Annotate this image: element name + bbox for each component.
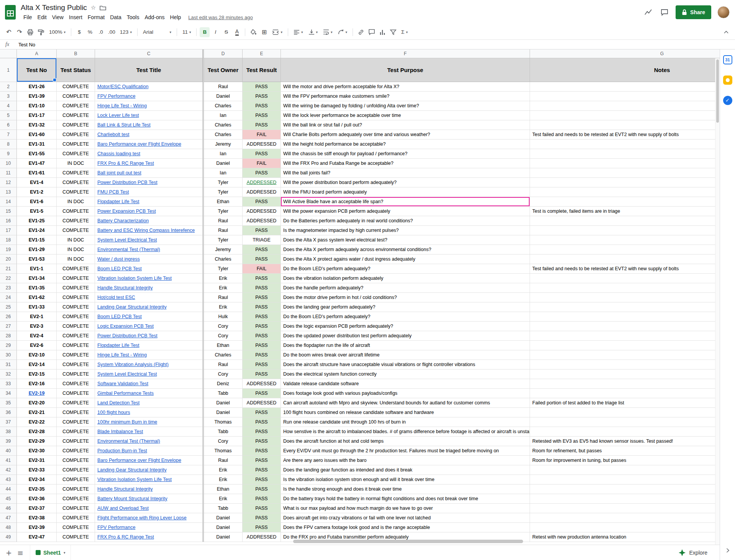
cell-B22[interactable]: COMPLETE — [57, 274, 95, 283]
cell-B47[interactable]: COMPLETE — [57, 513, 95, 523]
cell-B42[interactable]: COMPLETE — [57, 465, 95, 475]
menu-add-ons[interactable]: Add-ons — [142, 13, 167, 21]
cell-F19[interactable]: Does the Alta X perform adequately acros… — [281, 245, 530, 255]
cell-D48[interactable]: Daniel — [204, 523, 243, 532]
cell-C35[interactable]: Land Detection Test — [95, 398, 203, 408]
cell-C3[interactable]: FPV Performance — [95, 92, 203, 101]
row-number[interactable]: 1 — [0, 58, 17, 82]
cell-E8[interactable]: ADDRESSED — [243, 140, 281, 149]
cell-B17[interactable]: COMPLETE — [57, 226, 95, 235]
cell-F22[interactable]: Does the vibration isolation perform ade… — [281, 274, 530, 283]
cell-G24[interactable] — [530, 293, 720, 302]
row-number[interactable]: 38 — [0, 427, 17, 437]
row-number[interactable]: 31 — [0, 360, 17, 370]
cell-G41[interactable]: Room for improvement in tuning, but pass… — [530, 456, 720, 465]
cell-E45[interactable]: PASS — [243, 494, 281, 504]
cell-F37[interactable]: Run one release candidate unit through 1… — [281, 417, 530, 427]
cell-G25[interactable] — [530, 302, 720, 312]
decrease-decimal-button[interactable]: .0 — [96, 27, 106, 37]
cell-C48[interactable]: FPV Performance — [95, 523, 203, 532]
cell-D38[interactable]: Tabb — [204, 427, 243, 437]
cell-A24[interactable]: EV1-62 — [17, 293, 57, 302]
cell-B2[interactable]: COMPLETE — [57, 82, 95, 92]
cell-D24[interactable]: Raul — [204, 293, 243, 302]
cell-E43[interactable]: PASS — [243, 475, 281, 484]
menu-file[interactable]: File — [21, 13, 35, 21]
cell-D45[interactable]: Erik — [204, 494, 243, 504]
cell-F14[interactable]: Will Active Blade have an acceptable lif… — [281, 197, 530, 207]
move-folder-icon[interactable] — [100, 5, 106, 10]
bold-button[interactable]: B — [200, 27, 210, 37]
cell-A43[interactable]: EV2-34 — [17, 475, 57, 484]
cell-G33[interactable] — [530, 379, 720, 389]
cell-C44[interactable]: Handle Structural Integrity — [95, 484, 203, 494]
cell-C36[interactable]: 100 flight hours — [95, 408, 203, 417]
cell-G36[interactable] — [530, 408, 720, 417]
cell-D39[interactable]: Cory — [204, 437, 243, 446]
cell-E34[interactable]: PASS — [243, 389, 281, 398]
cell-C10[interactable]: FRX Pro & RC Range Test — [95, 159, 203, 168]
cell-C42[interactable]: Landing Gear Structural Integrity — [95, 465, 203, 475]
cell-E28[interactable]: PASS — [243, 331, 281, 341]
cell-E4[interactable]: PASS — [243, 101, 281, 111]
cell-C14[interactable]: Flopdapter Life Test — [95, 197, 203, 207]
cell-G20[interactable] — [530, 255, 720, 264]
activity-trend-icon[interactable] — [643, 7, 653, 17]
cell-F38[interactable]: How senstive is the aircraft to imbalanc… — [281, 427, 530, 437]
cell-E18[interactable]: TRIAGE — [243, 235, 281, 245]
menu-insert[interactable]: Insert — [66, 13, 85, 21]
cell-F40[interactable]: Every EV/DV unit must go through the 2 h… — [281, 446, 530, 456]
cell-E41[interactable]: PASS — [243, 456, 281, 465]
cell-B30[interactable]: COMPLETE — [57, 350, 95, 360]
row-number[interactable]: 33 — [0, 379, 17, 389]
cell-F23[interactable]: Does the handle perform adequately? — [281, 283, 530, 293]
cell-E31[interactable]: PASS — [243, 360, 281, 370]
cell-A42[interactable]: EV2-33 — [17, 465, 57, 475]
cell-F31[interactable]: Does the aircraft structure have unaccep… — [281, 360, 530, 370]
cell-A29[interactable]: EV2-6 — [17, 341, 57, 350]
cell-B44[interactable]: COMPLETE — [57, 484, 95, 494]
cell-E40[interactable]: PASS — [243, 446, 281, 456]
cell-C8[interactable]: Baro Performance over Flight Envelope — [95, 140, 203, 149]
cell-E6[interactable]: PASS — [243, 120, 281, 130]
cell-G7[interactable]: Test failed and needs to be retested at … — [530, 130, 720, 140]
cell-D41[interactable]: Raul — [204, 456, 243, 465]
cell-F8[interactable]: Will the height hold performance be acce… — [281, 140, 530, 149]
cell-G5[interactable] — [530, 111, 720, 120]
cell-G19[interactable] — [530, 245, 720, 255]
vertical-scrollbar[interactable] — [715, 58, 720, 545]
cell-A33[interactable]: EV2-16 — [17, 379, 57, 389]
comment-history-icon[interactable] — [660, 7, 669, 17]
cell-A39[interactable]: EV2-29 — [17, 437, 57, 446]
cell-E16[interactable]: ADDRESSED — [243, 216, 281, 226]
cell-B6[interactable]: COMPLETE — [57, 120, 95, 130]
cell-G46[interactable] — [530, 504, 720, 513]
cell-D44[interactable]: Ethan — [204, 484, 243, 494]
cell-G22[interactable] — [530, 274, 720, 283]
cell-F16[interactable]: Do the Batteries perform adequately in r… — [281, 216, 530, 226]
cell-C18[interactable]: System Level Electrical Test — [95, 235, 203, 245]
cell-D43[interactable]: Erik — [204, 475, 243, 484]
row-number[interactable]: 11 — [0, 168, 17, 178]
menu-edit[interactable]: Edit — [35, 13, 49, 21]
cell-B28[interactable]: COMPLETE — [57, 331, 95, 341]
cell-C11[interactable]: Ball joint pull out test — [95, 168, 203, 178]
column-header-F[interactable]: F — [281, 49, 530, 58]
row-number[interactable]: 21 — [0, 264, 17, 274]
cell-A23[interactable]: EV1-35 — [17, 283, 57, 293]
cell-C49[interactable]: FRX Pro & RC Range Test — [95, 532, 203, 542]
row-number[interactable]: 43 — [0, 475, 17, 484]
cell-B49[interactable]: COMPLETE — [57, 532, 95, 542]
cell-G10[interactable] — [530, 159, 720, 168]
cell-C26[interactable]: Boom LED PCB Test — [95, 312, 203, 322]
cell-B19[interactable]: IN DOC — [57, 245, 95, 255]
cell-E20[interactable]: PASS — [243, 255, 281, 264]
cell-A35[interactable]: EV2-20 — [17, 398, 57, 408]
cell-C47[interactable]: Flight Performance with Ring Lever Loose — [95, 513, 203, 523]
cell-E3[interactable]: PASS — [243, 92, 281, 101]
row-number[interactable]: 3 — [0, 92, 17, 101]
text-wrap-button[interactable]: ▾ — [321, 27, 335, 37]
cell-D13[interactable]: Tyler — [204, 187, 243, 197]
cell-C9[interactable]: Chassis loading test — [95, 149, 203, 159]
last-edit-link[interactable]: Last edit was 28 minutes ago — [188, 15, 253, 20]
